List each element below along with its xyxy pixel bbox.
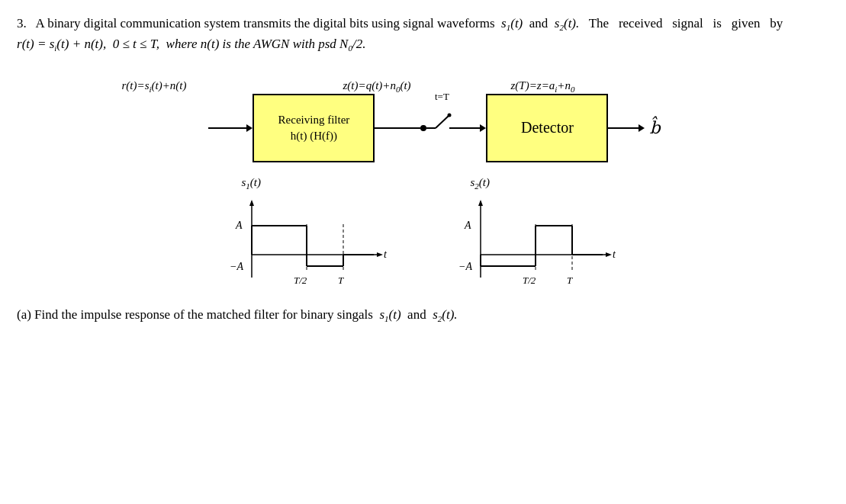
s1-waveform-svg: A −A T/2 T t [225, 194, 393, 293]
signal-flow: Receiving filter h(t) (H(f)) t=T [208, 94, 660, 162]
s1-label: s1(t) [501, 16, 523, 30]
svg-line-1 [436, 115, 449, 128]
svg-point-3 [448, 113, 452, 117]
svg-text:T/2: T/2 [294, 274, 307, 286]
detector-label: Detector [521, 119, 574, 136]
detector-box: Detector [486, 94, 608, 162]
line-before-detector [457, 127, 480, 129]
svg-marker-7 [377, 252, 383, 257]
arrow-to-detector [480, 124, 486, 132]
svg-text:−A: −A [230, 261, 243, 272]
s2-label: s2(t). [555, 16, 579, 30]
svg-text:T/2: T/2 [523, 274, 536, 286]
filter-label-line1: Receiving filter [278, 112, 350, 128]
filter-label-line2: h(t) (H(f)) [291, 128, 337, 144]
svg-marker-24 [606, 252, 612, 257]
signal-equation: r(t) = si(t) + n(t), 0 ≤ t ≤ T, where n(… [17, 37, 365, 51]
bottom-s1: s1(t) [379, 307, 400, 322]
s2-graph-label: s2(t) [471, 176, 491, 191]
bottom-question: (a) Find the impulse response of the mat… [17, 305, 829, 326]
svg-text:A: A [235, 220, 243, 231]
rt-label: r(t)=si(t)+n(t) [122, 79, 187, 94]
output-arrow [608, 124, 645, 132]
problem-number: 3. [17, 16, 27, 30]
problem-text: 3. A binary digital communication system… [17, 14, 829, 56]
s1-graph: s1(t) A −A T/2 T t [225, 176, 393, 293]
zT-label: z(T)=z=ai+n0 [511, 79, 575, 94]
junction-dot [420, 125, 426, 131]
s1-graph-label: s1(t) [242, 176, 262, 191]
svg-marker-22 [478, 200, 483, 206]
bottom-s2: s2(t). [433, 307, 457, 322]
sample-time-label: t=T [435, 91, 449, 103]
problem-statement: 3. A binary digital communication system… [17, 14, 829, 326]
s2-waveform-svg: A −A T/2 T t [454, 194, 622, 293]
b-hat-output: b̂ [649, 118, 660, 138]
receiving-filter-box: Receiving filter h(t) (H(f)) [253, 94, 375, 162]
svg-text:T: T [567, 274, 573, 286]
svg-text:t: t [613, 249, 616, 260]
s2-graph: s2(t) A −A T/2 T t [454, 176, 622, 293]
bottom-and: and [407, 307, 426, 322]
waveforms-section: s1(t) A −A T/2 T t [17, 176, 829, 293]
svg-text:−A: −A [458, 261, 472, 272]
svg-marker-5 [249, 200, 254, 206]
bottom-text-main: (a) Find the impulse response of the mat… [17, 307, 373, 322]
block-diagram: r(t)=si(t)+n(t) z(t)=q(t)+n0(t) z(T)=z=a… [17, 69, 829, 162]
svg-text:A: A [464, 220, 471, 231]
svg-text:T: T [338, 274, 344, 286]
sampler: t=T [426, 109, 457, 147]
sampler-svg [426, 109, 457, 147]
svg-text:t: t [384, 249, 388, 260]
zt-label: z(t)=q(t)+n0(t) [343, 79, 411, 94]
line-after-filter [375, 127, 420, 129]
b-hat-symbol: b̂ [649, 118, 660, 137]
input-arrow [208, 124, 253, 132]
